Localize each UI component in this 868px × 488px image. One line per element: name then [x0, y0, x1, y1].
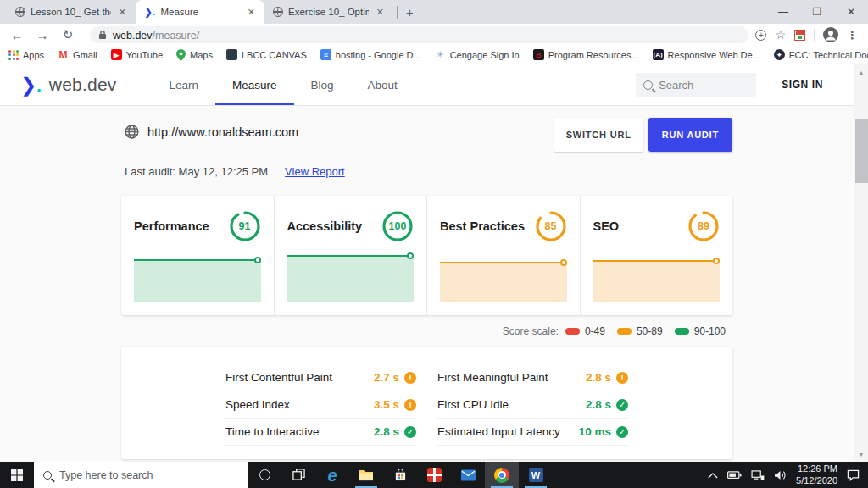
page-scrollbar[interactable]: ▲ ▼	[854, 64, 868, 462]
bookmark-label: Program Resources...	[548, 50, 639, 60]
rewards-app-button[interactable]	[417, 462, 451, 488]
nav-blog[interactable]: Blog	[294, 64, 351, 105]
range-label: 90-100	[694, 325, 726, 337]
webdev-logo[interactable]: ❯. web.dev	[20, 75, 116, 95]
score-ring: 91	[229, 210, 261, 242]
battery-icon[interactable]	[727, 470, 742, 480]
bookmark-lbcc-canvas[interactable]: LBCC CANVAS	[226, 49, 307, 60]
globe-favicon	[273, 7, 283, 17]
bookmark-fcc[interactable]: ✦ FCC: Technical Doc...	[774, 49, 868, 60]
metric-label: Time to Interactive	[225, 425, 320, 438]
site-search[interactable]	[636, 73, 756, 97]
view-report-link[interactable]: View Report	[285, 165, 345, 178]
nav-about[interactable]: About	[351, 64, 415, 105]
red-range-pill	[565, 328, 580, 335]
network-icon[interactable]	[751, 470, 765, 480]
metric-label: First Meaningful Paint	[437, 371, 548, 384]
back-icon[interactable]: ←	[7, 25, 27, 45]
metric-value: 2.7 s	[374, 371, 399, 384]
search-icon	[43, 471, 52, 480]
mail-app-button[interactable]	[451, 462, 485, 488]
tab-close-icon[interactable]: ✕	[245, 6, 258, 19]
google-docs-icon: ≡	[320, 49, 331, 60]
score-ring: 100	[381, 210, 414, 242]
tray-expand-icon[interactable]	[708, 472, 718, 479]
webdev-logo-icon: ❯.	[20, 75, 42, 95]
browser-tab-3[interactable]: Exercise 10_ Optimize Your Site.p ✕	[264, 0, 393, 24]
bookmark-apps[interactable]: Apps	[8, 50, 44, 60]
scrollbar-thumb[interactable]	[855, 119, 868, 183]
tab-close-icon[interactable]: ✕	[116, 6, 129, 19]
edge-icon: e	[327, 467, 337, 484]
chrome-button[interactable]	[485, 462, 519, 488]
sign-in-button[interactable]: SIGN IN	[782, 79, 823, 91]
action-center-icon[interactable]	[847, 469, 860, 481]
metric-first-cpu-idle: First CPU Idle 2.8 s✓	[437, 391, 628, 419]
orange-range-pill	[617, 328, 632, 335]
bookmark-label: FCC: Technical Doc...	[789, 50, 868, 60]
task-view-button[interactable]	[281, 462, 315, 488]
scrollbar-down-arrow[interactable]: ▼	[854, 448, 868, 460]
check-icon: ✓	[616, 399, 628, 411]
warn-icon: !	[404, 372, 416, 384]
site-search-input[interactable]	[659, 79, 748, 92]
task-view-icon	[292, 469, 305, 481]
taskbar-search[interactable]	[34, 462, 248, 488]
run-audit-button[interactable]: RUN AUDIT	[648, 118, 732, 152]
browser-menu-icon[interactable]: ⋮	[847, 29, 858, 42]
youtube-icon: ▶	[111, 49, 122, 60]
window-minimize-button[interactable]: —	[766, 0, 800, 24]
bookmark-label: Gmail	[73, 50, 97, 60]
bookmark-label: Apps	[23, 50, 44, 60]
browser-tab-1[interactable]: Lesson 10_ Get the Need... for Sp ✕	[7, 0, 136, 24]
edge-button[interactable]: e	[315, 462, 349, 488]
send-to-device-icon[interactable]: +	[755, 30, 766, 41]
bookmark-program-resources[interactable]: B Program Resources...	[533, 49, 639, 60]
window-close-button[interactable]: ✕	[834, 0, 868, 24]
nav-learn[interactable]: Learn	[152, 64, 215, 105]
gmail-icon: M	[58, 49, 69, 60]
metric-value: 2.8 s	[586, 398, 611, 411]
bookmark-hosting[interactable]: ≡ hosting - Google D...	[320, 49, 421, 60]
warn-icon: !	[404, 399, 416, 411]
metric-value: 10 ms	[579, 425, 611, 438]
webdev-favicon: ❯.	[144, 7, 155, 17]
bookmark-gmail[interactable]: M Gmail	[58, 49, 97, 60]
switch-url-button[interactable]: SWITCH URL	[554, 118, 643, 152]
scrollbar-up-arrow[interactable]: ▲	[854, 66, 868, 78]
bookmark-youtube[interactable]: ▶ YouTube	[111, 49, 163, 60]
metric-first-contentful-paint: First Contentful Paint 2.7 s!	[225, 364, 416, 391]
score-title: Best Practices	[440, 219, 525, 233]
taskbar-clock[interactable]: 12:26 PM 5/12/2020	[796, 463, 837, 487]
speaker-icon[interactable]	[774, 470, 787, 480]
start-button[interactable]	[0, 462, 34, 488]
score-history-chart	[287, 254, 415, 302]
microsoft-store-icon	[394, 469, 407, 481]
extension-icon[interactable]	[794, 30, 805, 41]
new-tab-button[interactable]: +	[406, 5, 414, 19]
reload-icon[interactable]: ↻	[58, 25, 78, 45]
browser-tab-strip: Lesson 10_ Get the Need... for Sp ✕ ❯. M…	[0, 0, 868, 24]
clock-time: 12:26 PM	[796, 463, 837, 475]
bookmark-star-icon[interactable]: ☆	[775, 28, 786, 42]
nav-measure[interactable]: Measure	[215, 64, 294, 105]
address-bar[interactable]: web.dev/measure/	[90, 26, 748, 43]
fcc-icon: ✦	[774, 49, 785, 60]
bookmark-label: Maps	[190, 50, 213, 60]
taskbar-search-input[interactable]	[59, 469, 238, 481]
word-button[interactable]: W	[519, 462, 553, 488]
bookmark-responsive-web[interactable]: (A) Responsive Web De...	[653, 49, 760, 60]
forward-icon[interactable]: →	[32, 25, 53, 45]
file-explorer-button[interactable]	[349, 462, 383, 488]
microsoft-store-button[interactable]	[383, 462, 417, 488]
browser-tab-2-active[interactable]: ❯. Measure ✕	[136, 0, 264, 24]
site-header: ❯. web.dev Learn Measure Blog About SIGN…	[0, 64, 854, 106]
cortana-button[interactable]	[248, 462, 281, 488]
bookmark-maps[interactable]: Maps	[176, 49, 213, 61]
profile-avatar-icon[interactable]	[823, 27, 838, 42]
tab-close-icon[interactable]: ✕	[374, 6, 387, 19]
window-restore-button[interactable]: ❐	[800, 0, 834, 24]
metric-value: 2.8 s	[374, 425, 399, 438]
bookmark-cengage[interactable]: ✳ Cengage Sign In	[435, 49, 520, 60]
cortana-icon	[259, 469, 270, 480]
